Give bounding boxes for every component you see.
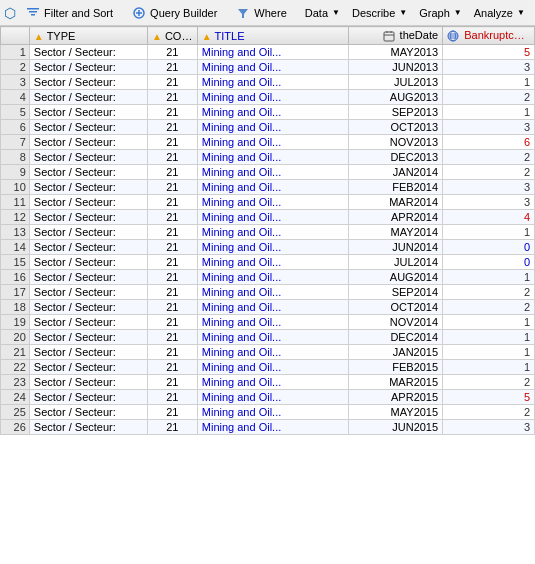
cell-code: 21 [147, 105, 197, 120]
cell-code: 21 [147, 285, 197, 300]
table-row[interactable]: 19Sector / Secteur:21Mining and Oil...NO… [1, 315, 535, 330]
cell-type: Sector / Secteur: [29, 420, 147, 435]
table-row[interactable]: 21Sector / Secteur:21Mining and Oil...JA… [1, 345, 535, 360]
cell-code: 21 [147, 120, 197, 135]
cell-date: NOV2014 [348, 315, 442, 330]
table-row[interactable]: 13Sector / Secteur:21Mining and Oil...MA… [1, 225, 535, 240]
table-row[interactable]: 23Sector / Secteur:21Mining and Oil...MA… [1, 375, 535, 390]
graph-label: Graph [419, 7, 450, 19]
table-row[interactable]: 22Sector / Secteur:21Mining and Oil...FE… [1, 360, 535, 375]
col-header-title[interactable]: ▲ TITLE [197, 27, 348, 45]
query-builder-button[interactable]: Query Builder [126, 3, 222, 23]
where-icon [235, 5, 251, 21]
table-row[interactable]: 20Sector / Secteur:21Mining and Oil...DE… [1, 330, 535, 345]
table-row[interactable]: 15Sector / Secteur:21Mining and Oil...JU… [1, 255, 535, 270]
cell-code: 21 [147, 405, 197, 420]
cell-title: Mining and Oil... [197, 225, 348, 240]
table-row[interactable]: 9Sector / Secteur:21Mining and Oil...JAN… [1, 165, 535, 180]
table-row[interactable]: 16Sector / Secteur:21Mining and Oil...AU… [1, 270, 535, 285]
graph-button[interactable]: Graph ▼ [414, 5, 467, 21]
cell-date: OCT2013 [348, 120, 442, 135]
cell-bankruptcy: 3 [443, 420, 535, 435]
cell-title: Mining and Oil... [197, 390, 348, 405]
cell-code: 21 [147, 300, 197, 315]
table-row[interactable]: 2Sector / Secteur:21Mining and Oil...JUN… [1, 60, 535, 75]
cell-date: JUL2013 [348, 75, 442, 90]
cell-type: Sector / Secteur: [29, 135, 147, 150]
row-number: 8 [1, 150, 30, 165]
table-row[interactable]: 11Sector / Secteur:21Mining and Oil...MA… [1, 195, 535, 210]
table-row[interactable]: 24Sector / Secteur:21Mining and Oil...AP… [1, 390, 535, 405]
row-number: 9 [1, 165, 30, 180]
cell-title: Mining and Oil... [197, 75, 348, 90]
cell-date: AUG2014 [348, 270, 442, 285]
toolbar: ⬡ Filter and Sort Query Builder Where Da… [0, 0, 535, 26]
table-row[interactable]: 4Sector / Secteur:21Mining and Oil...AUG… [1, 90, 535, 105]
cell-code: 21 [147, 315, 197, 330]
table-row[interactable]: 17Sector / Secteur:21Mining and Oil...SE… [1, 285, 535, 300]
cell-bankruptcy: 5 [443, 390, 535, 405]
cell-title: Mining and Oil... [197, 120, 348, 135]
cell-bankruptcy: 2 [443, 375, 535, 390]
cell-date: JUN2013 [348, 60, 442, 75]
table-row[interactable]: 18Sector / Secteur:21Mining and Oil...OC… [1, 300, 535, 315]
col-header-rownum[interactable] [1, 27, 30, 45]
cell-code: 21 [147, 195, 197, 210]
table-row[interactable]: 8Sector / Secteur:21Mining and Oil...DEC… [1, 150, 535, 165]
cell-bankruptcy: 3 [443, 180, 535, 195]
table-row[interactable]: 25Sector / Secteur:21Mining and Oil...MA… [1, 405, 535, 420]
filter-sort-button[interactable]: Filter and Sort [20, 3, 118, 23]
cell-code: 21 [147, 90, 197, 105]
col-header-type[interactable]: ▲ TYPE [29, 27, 147, 45]
cell-title: Mining and Oil... [197, 90, 348, 105]
cell-type: Sector / Secteur: [29, 285, 147, 300]
cell-code: 21 [147, 150, 197, 165]
app-logo-icon: ⬡ [4, 5, 16, 21]
table-row[interactable]: 1Sector / Secteur:21Mining and Oil...MAY… [1, 45, 535, 60]
data-label: Data [305, 7, 328, 19]
row-number: 1 [1, 45, 30, 60]
cell-date: FEB2015 [348, 360, 442, 375]
row-number: 7 [1, 135, 30, 150]
cell-title: Mining and Oil... [197, 375, 348, 390]
cell-date: SEP2014 [348, 285, 442, 300]
cell-date: MAR2015 [348, 375, 442, 390]
cell-bankruptcy: 2 [443, 300, 535, 315]
data-button[interactable]: Data ▼ [300, 5, 345, 21]
analyze-button[interactable]: Analyze ▼ [469, 5, 530, 21]
cell-title: Mining and Oil... [197, 420, 348, 435]
table-row[interactable]: 7Sector / Secteur:21Mining and Oil...NOV… [1, 135, 535, 150]
svg-rect-1 [29, 11, 37, 13]
row-number: 2 [1, 60, 30, 75]
col-code-label: CODE [165, 30, 197, 42]
table-row[interactable]: 26Sector / Secteur:21Mining and Oil...JU… [1, 420, 535, 435]
col-header-bankruptcy[interactable]: Bankruptcy_CA [443, 27, 535, 45]
cell-code: 21 [147, 390, 197, 405]
col-header-code[interactable]: ▲ CODE [147, 27, 197, 45]
cell-type: Sector / Secteur: [29, 195, 147, 210]
cell-bankruptcy: 3 [443, 60, 535, 75]
where-label: Where [254, 7, 286, 19]
cell-date: JAN2015 [348, 345, 442, 360]
globe-icon [447, 30, 459, 42]
cell-title: Mining and Oil... [197, 195, 348, 210]
row-number: 24 [1, 390, 30, 405]
cell-type: Sector / Secteur: [29, 270, 147, 285]
col-title-label: TITLE [215, 30, 245, 42]
col-header-date[interactable]: theDate [348, 27, 442, 45]
cell-type: Sector / Secteur: [29, 315, 147, 330]
table-row[interactable]: 3Sector / Secteur:21Mining and Oil...JUL… [1, 75, 535, 90]
table-row[interactable]: 10Sector / Secteur:21Mining and Oil...FE… [1, 180, 535, 195]
cell-bankruptcy: 2 [443, 90, 535, 105]
where-button[interactable]: Where [230, 3, 291, 23]
table-row[interactable]: 6Sector / Secteur:21Mining and Oil...OCT… [1, 120, 535, 135]
cell-bankruptcy: 4 [443, 210, 535, 225]
cell-type: Sector / Secteur: [29, 330, 147, 345]
table-row[interactable]: 14Sector / Secteur:21Mining and Oil...JU… [1, 240, 535, 255]
describe-button[interactable]: Describe ▼ [347, 5, 412, 21]
table-row[interactable]: 5Sector / Secteur:21Mining and Oil...SEP… [1, 105, 535, 120]
table-row[interactable]: 12Sector / Secteur:21Mining and Oil...AP… [1, 210, 535, 225]
col-type-label: TYPE [47, 30, 76, 42]
describe-label: Describe [352, 7, 395, 19]
cell-title: Mining and Oil... [197, 255, 348, 270]
